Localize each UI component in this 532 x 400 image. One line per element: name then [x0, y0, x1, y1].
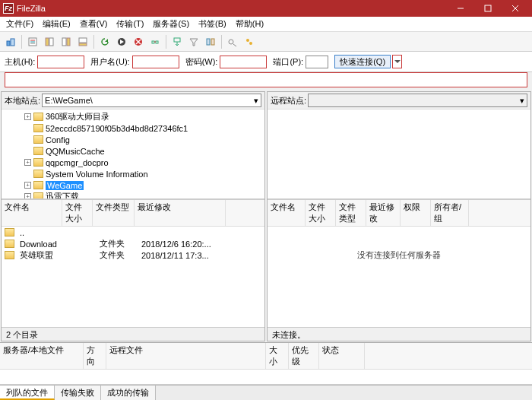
menu-item[interactable]: 文件(F) [2, 17, 38, 31]
expand-toggle[interactable]: + [24, 159, 31, 166]
expand-toggle[interactable]: + [24, 182, 31, 189]
menu-item[interactable]: 书签(B) [194, 17, 231, 31]
menu-item[interactable]: 查看(V) [75, 17, 112, 31]
svg-rect-1 [485, 5, 491, 11]
queue-tab[interactable]: 列队的文件 [0, 386, 55, 400]
reconnect-button[interactable] [169, 34, 185, 49]
column-header[interactable]: 最近修改 [366, 200, 401, 226]
refresh-button[interactable] [97, 34, 112, 49]
tree-node[interactable]: +360驱动大师目录 [5, 111, 261, 122]
column-header[interactable]: 权限 [401, 200, 431, 226]
expand-toggle[interactable]: + [24, 113, 31, 120]
tree-node[interactable]: 52eccdc857190f05b3d4bd8d27346fc1 [5, 122, 261, 134]
separator-icon [221, 35, 222, 49]
local-file-list[interactable]: ..Download文件夹2018/12/6 16:20:...英雄联盟文件夹2… [2, 227, 264, 327]
menu-item[interactable]: 帮助(H) [231, 17, 268, 31]
site-manager-button[interactable] [3, 34, 18, 49]
password-input[interactable] [220, 56, 267, 68]
toggle-queue-button[interactable] [75, 34, 90, 49]
tree-label: QQMusicCache [46, 147, 105, 156]
chevron-down-icon: ▾ [520, 96, 524, 106]
username-input[interactable] [132, 56, 179, 68]
column-header[interactable]: 文件大小 [306, 200, 336, 226]
queue-tab[interactable]: 成功的传输 [101, 386, 156, 400]
list-item[interactable]: .. [2, 227, 264, 238]
svg-rect-12 [62, 38, 66, 46]
filter-button[interactable] [186, 34, 201, 49]
svg-rect-20 [152, 41, 154, 43]
column-header[interactable]: 文件名 [2, 200, 62, 226]
column-header[interactable]: 方向 [84, 343, 106, 369]
svg-rect-21 [156, 41, 158, 43]
tree-label: WeGame [46, 181, 84, 190]
remote-tree[interactable] [268, 110, 530, 199]
toggle-local-tree-button[interactable] [42, 34, 57, 49]
quickconnect-button[interactable]: 快速连接(Q) [334, 55, 391, 68]
column-header[interactable]: 服务器/本地文件 [0, 343, 84, 369]
remote-path-combo[interactable]: ▾ [308, 94, 527, 107]
host-input[interactable] [37, 56, 84, 68]
close-button[interactable] [502, 0, 529, 17]
sync-browse-button[interactable] [225, 34, 240, 49]
svg-rect-24 [207, 39, 210, 45]
menu-item[interactable]: 服务器(S) [148, 17, 194, 31]
queue-process-button[interactable] [114, 34, 129, 49]
local-tree[interactable]: +360驱动大师目录52eccdc857190f05b3d4bd8d27346f… [2, 110, 264, 199]
compare-button[interactable] [203, 34, 218, 49]
column-header[interactable]: 文件名 [268, 200, 306, 226]
tree-node[interactable]: +迅雷下载 [5, 191, 261, 199]
menu-item[interactable]: 传输(T) [112, 17, 148, 31]
separator-icon [93, 35, 94, 49]
toggle-remote-tree-button[interactable] [59, 34, 74, 49]
minimize-button[interactable] [447, 0, 474, 17]
svg-point-29 [249, 42, 252, 45]
remote-list-header: 文件名文件大小文件类型最近修改权限所有者/组 [268, 199, 530, 227]
message-log[interactable] [5, 72, 527, 87]
tree-node[interactable]: +WeGame [5, 179, 261, 191]
tree-node[interactable]: QQMusicCache [5, 145, 261, 157]
column-header[interactable]: 状态 [319, 343, 365, 369]
local-list-header: 文件名文件大小文件类型最近修改 [2, 199, 264, 227]
chevron-down-icon: ▾ [254, 96, 258, 106]
remote-file-list[interactable]: 没有连接到任何服务器 [268, 227, 530, 327]
svg-rect-14 [79, 38, 87, 43]
folder-icon [33, 158, 43, 167]
cancel-button[interactable] [131, 34, 146, 49]
queue-body[interactable] [0, 370, 532, 385]
local-pane: 本地站点: E:\WeGame\ ▾ +360驱动大师目录52eccdc8571… [1, 91, 265, 341]
quickconnect-bar: 主机(H): 用户名(U): 密码(W): 端口(P): 快速连接(Q) [0, 52, 532, 72]
maximize-button[interactable] [474, 0, 502, 17]
expand-toggle[interactable]: + [24, 193, 31, 199]
tree-node[interactable]: System Volume Information [5, 168, 261, 179]
list-item[interactable]: Download文件夹2018/12/6 16:20:... [2, 238, 264, 249]
password-label: 密码(W): [185, 56, 218, 68]
local-path-combo[interactable]: E:\WeGame\ ▾ [42, 94, 261, 107]
username-label: 用户名(U): [90, 56, 129, 68]
column-header[interactable]: 最近修改 [135, 200, 226, 226]
queue-header: 服务器/本地文件方向远程文件大小优先级状态 [0, 342, 532, 370]
svg-point-26 [229, 40, 233, 44]
toggle-log-button[interactable] [25, 34, 40, 49]
list-item[interactable]: 英雄联盟文件夹2018/12/11 17:3... [2, 249, 264, 261]
tree-label: 迅雷下载 [46, 191, 79, 199]
menu-item[interactable]: 编辑(E) [38, 17, 75, 31]
column-header[interactable]: 大小 [266, 343, 289, 369]
local-site-label: 本地站点: [5, 95, 40, 106]
tree-node[interactable]: +qqpcmgr_docpro [5, 157, 261, 168]
column-header[interactable]: 远程文件 [106, 343, 266, 369]
column-header[interactable]: 优先级 [289, 343, 319, 369]
tree-label: Config [46, 135, 70, 144]
column-header[interactable]: 所有者/组 [431, 200, 469, 226]
find-button[interactable] [242, 34, 257, 49]
port-input[interactable] [306, 56, 328, 68]
quickconnect-history-dropdown[interactable] [392, 55, 402, 68]
column-header[interactable]: 文件类型 [93, 200, 135, 226]
queue-tab[interactable]: 传输失败 [55, 386, 101, 400]
folder-icon [33, 147, 43, 155]
column-header[interactable]: 文件大小 [62, 200, 93, 226]
column-header[interactable]: 文件类型 [336, 200, 366, 226]
tree-node[interactable]: Config [5, 134, 261, 145]
disconnect-button[interactable] [147, 34, 163, 49]
cell-name: 英雄联盟 [17, 249, 66, 261]
main-panes: 本地站点: E:\WeGame\ ▾ +360驱动大师目录52eccdc8571… [0, 90, 532, 342]
